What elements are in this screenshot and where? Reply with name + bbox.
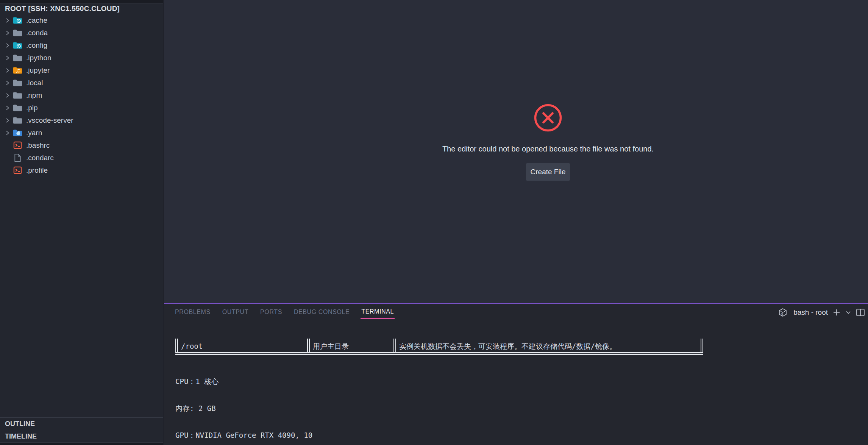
tree-item-ipython[interactable]: .ipython (0, 52, 163, 64)
tree-item-condarc[interactable]: .condarc (0, 151, 163, 164)
shell-file-icon (12, 141, 23, 150)
bash-cube-icon: $ (778, 308, 787, 317)
tree-item-label: .config (26, 41, 47, 50)
tab-ports[interactable]: PORTS (259, 306, 283, 319)
tree-item-npm[interactable]: .npm (0, 89, 163, 101)
terminal-line-memory: 内存: 2 GB (175, 403, 868, 414)
tree-item-label: .vscode-server (26, 116, 73, 125)
error-circle-x-icon (533, 103, 563, 133)
tree-item-label: .local (26, 79, 43, 87)
chevron-right-icon (3, 105, 12, 111)
tree-item-vscode-server[interactable]: .vscode-server (0, 114, 163, 126)
chevron-right-icon (3, 30, 12, 36)
tree-item-label: .cache (26, 16, 47, 25)
folder-icon (12, 91, 23, 100)
table-cell: /root (175, 339, 307, 352)
tree-item-jupyter[interactable]: .jupyter (0, 64, 163, 77)
file-tree: .cache .conda .config .ipython .jupyter … (0, 14, 163, 176)
folder-cache-icon (12, 16, 23, 25)
tree-item-label: .yarn (26, 129, 42, 137)
chevron-right-icon (3, 118, 12, 123)
tree-item-local[interactable]: .local (0, 77, 163, 89)
terminal-shell-label[interactable]: bash - root (793, 308, 828, 317)
folder-icon (12, 116, 23, 125)
tree-item-cache[interactable]: .cache (0, 14, 163, 27)
terminal-dropdown-chevron-icon[interactable] (845, 309, 851, 315)
terminal-line-cpu: CPU：1 核心 (175, 376, 868, 387)
create-file-button[interactable]: Create File (526, 163, 570, 181)
chevron-right-icon (3, 43, 12, 48)
terminal-content[interactable]: /root 用户主目录 实例关机数据不会丢失，可安装程序。不建议存储代码/数据/… (175, 322, 868, 445)
tree-item-label: .npm (26, 91, 42, 100)
sidebar-bottom-strip (0, 442, 163, 445)
explorer-root-header[interactable]: ROOT [SSH: XNC1.550C.CLOUD] (0, 4, 163, 14)
tree-item-yarn[interactable]: .yarn (0, 126, 163, 139)
chevron-right-icon (3, 130, 12, 136)
chevron-right-icon (3, 18, 12, 23)
tab-problems[interactable]: PROBLEMS (174, 306, 211, 319)
new-terminal-plus-icon[interactable] (832, 308, 841, 317)
chevron-right-icon (3, 93, 12, 98)
chevron-right-icon (3, 55, 12, 61)
table-cell: 实例关机数据不会丢失，可安装程序。不建议存储代码/数据/镜像。 (393, 339, 703, 352)
tree-item-label: .ipython (26, 54, 52, 62)
folder-icon (12, 53, 23, 62)
folder-icon (12, 78, 23, 87)
editor-area: The editor could not be opened because t… (164, 0, 868, 303)
table-cell: 用户主目录 (307, 339, 393, 352)
timeline-section-header[interactable]: TIMELINE (0, 430, 163, 442)
folder-icon (12, 103, 23, 112)
tree-item-bashrc[interactable]: .bashrc (0, 139, 163, 151)
tree-item-conda[interactable]: .conda (0, 27, 163, 39)
tree-item-label: .jupyter (26, 66, 50, 75)
chevron-right-icon (3, 80, 12, 86)
svg-text:$: $ (781, 313, 782, 316)
document-file-icon (12, 153, 23, 162)
tree-item-pip[interactable]: .pip (0, 101, 163, 114)
explorer-sidebar: ROOT [SSH: XNC1.550C.CLOUD] .cache .cond… (0, 0, 164, 445)
tree-item-label: .profile (26, 166, 48, 175)
outline-section-header[interactable]: OUTLINE (0, 417, 163, 430)
tab-terminal[interactable]: TERMINAL (361, 306, 395, 319)
chevron-right-icon (3, 68, 12, 73)
tree-item-config[interactable]: .config (0, 39, 163, 52)
folder-icon (12, 28, 23, 37)
tree-item-label: .conda (26, 29, 48, 37)
panel-tab-bar: PROBLEMS OUTPUT PORTS DEBUG CONSOLE TERM… (164, 304, 868, 321)
split-terminal-icon[interactable] (856, 308, 865, 317)
tree-item-label: .bashrc (26, 141, 50, 150)
sidebar-top-strip (0, 0, 163, 4)
tree-item-profile[interactable]: .profile (0, 164, 163, 176)
folder-yarn-icon (12, 128, 23, 137)
tree-item-label: .condarc (26, 154, 54, 162)
tab-output[interactable]: OUTPUT (222, 306, 249, 319)
tab-debug-console[interactable]: DEBUG CONSOLE (293, 306, 350, 319)
shell-file-icon (12, 166, 23, 175)
folder-config-icon (12, 41, 23, 50)
folder-jupyter-icon (12, 66, 23, 75)
terminal-table-row: /root 用户主目录 实例关机数据不会丢失，可安装程序。不建议存储代码/数据/… (175, 339, 703, 355)
tree-item-label: .pip (26, 104, 38, 112)
terminal-line-gpu: GPU：NVIDIA GeForce RTX 4090, 10 (175, 430, 868, 440)
editor-error-message: The editor could not be opened because t… (442, 145, 654, 153)
bottom-panel: PROBLEMS OUTPUT PORTS DEBUG CONSOLE TERM… (164, 303, 868, 445)
